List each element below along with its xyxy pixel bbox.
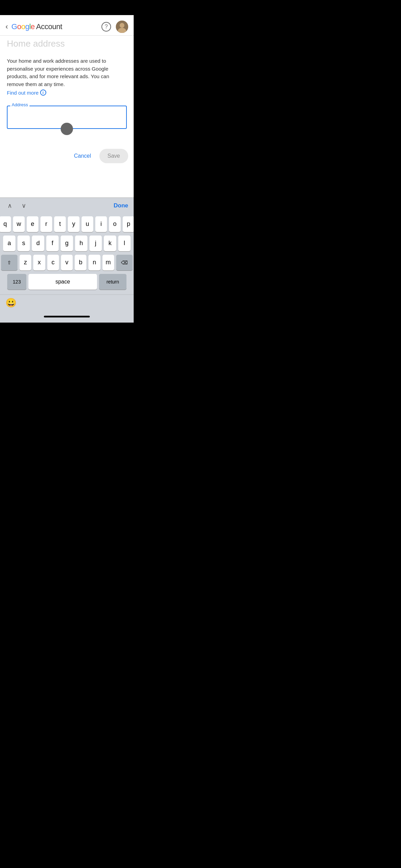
home-bar xyxy=(44,316,90,317)
action-buttons: Cancel Save xyxy=(0,135,134,170)
key-v[interactable]: v xyxy=(61,255,73,270)
cancel-button[interactable]: Cancel xyxy=(69,149,97,162)
find-out-more-link[interactable]: Find out more i xyxy=(7,89,46,96)
toolbar-up-arrow[interactable]: ∧ xyxy=(5,201,14,211)
account-label: Account xyxy=(36,22,62,31)
space-key[interactable]: space xyxy=(28,274,97,290)
key-r[interactable]: r xyxy=(40,216,52,232)
key-h[interactable]: h xyxy=(75,236,87,251)
avatar[interactable] xyxy=(116,21,128,33)
page-title-area: Home address xyxy=(0,36,134,49)
key-row-1: q w e r t y u i o p xyxy=(1,216,133,232)
header: ‹ Google Account ? xyxy=(0,15,134,36)
key-g[interactable]: g xyxy=(61,236,73,251)
body-content: Your home and work addresses are used to… xyxy=(0,49,134,135)
keyboard-toolbar: ∧ ∨ Done xyxy=(0,197,134,214)
key-o[interactable]: o xyxy=(109,216,121,232)
help-icon[interactable]: ? xyxy=(101,22,111,32)
header-right: ? xyxy=(101,21,128,33)
key-d[interactable]: d xyxy=(32,236,44,251)
emoji-button[interactable]: 😀 xyxy=(5,298,16,308)
description-text: Your home and work addresses are used to… xyxy=(7,57,127,88)
key-row-2: a s d f g h j k l xyxy=(1,236,133,251)
key-m[interactable]: m xyxy=(102,255,114,270)
toolbar-down-arrow[interactable]: ∨ xyxy=(20,201,28,211)
emoji-bar: 😀 xyxy=(0,294,134,311)
key-z[interactable]: z xyxy=(20,255,31,270)
toolbar-nav: ∧ ∨ xyxy=(5,201,28,211)
back-button[interactable]: ‹ xyxy=(5,23,8,31)
spacer xyxy=(0,170,134,197)
key-k[interactable]: k xyxy=(104,236,116,251)
key-row-3: ⇧ z x c v b n m ⌫ xyxy=(1,255,133,270)
page-title: Home address xyxy=(7,38,127,49)
key-n[interactable]: n xyxy=(88,255,100,270)
svg-point-1 xyxy=(120,23,124,28)
numbers-key[interactable]: 123 xyxy=(7,274,26,290)
home-indicator xyxy=(0,311,134,323)
shift-key[interactable]: ⇧ xyxy=(1,255,17,270)
info-circle-icon: i xyxy=(40,89,46,96)
key-j[interactable]: j xyxy=(89,236,102,251)
key-f[interactable]: f xyxy=(46,236,59,251)
save-button[interactable]: Save xyxy=(99,149,128,163)
address-field-label: Address xyxy=(10,102,29,107)
find-out-more-text: Find out more xyxy=(7,90,39,96)
key-c[interactable]: c xyxy=(47,255,59,270)
return-key[interactable]: return xyxy=(99,274,126,290)
key-t[interactable]: t xyxy=(54,216,66,232)
drag-handle xyxy=(61,123,73,135)
delete-key[interactable]: ⌫ xyxy=(116,255,133,270)
keyboard: q w e r t y u i o p a s d f g h j k l ⇧ … xyxy=(0,214,134,294)
key-b[interactable]: b xyxy=(75,255,86,270)
key-s[interactable]: s xyxy=(17,236,30,251)
key-q[interactable]: q xyxy=(0,216,11,232)
key-w[interactable]: w xyxy=(13,216,25,232)
key-x[interactable]: x xyxy=(33,255,45,270)
key-row-4: 123 space return xyxy=(1,274,133,290)
toolbar-done-button[interactable]: Done xyxy=(114,202,129,209)
key-y[interactable]: y xyxy=(68,216,80,232)
google-logo: Google Account xyxy=(11,22,62,31)
key-i[interactable]: i xyxy=(95,216,107,232)
key-u[interactable]: u xyxy=(82,216,93,232)
key-p[interactable]: p xyxy=(123,216,134,232)
key-a[interactable]: a xyxy=(3,236,15,251)
key-l[interactable]: l xyxy=(118,236,131,251)
key-e[interactable]: e xyxy=(27,216,38,232)
status-bar xyxy=(0,0,134,15)
